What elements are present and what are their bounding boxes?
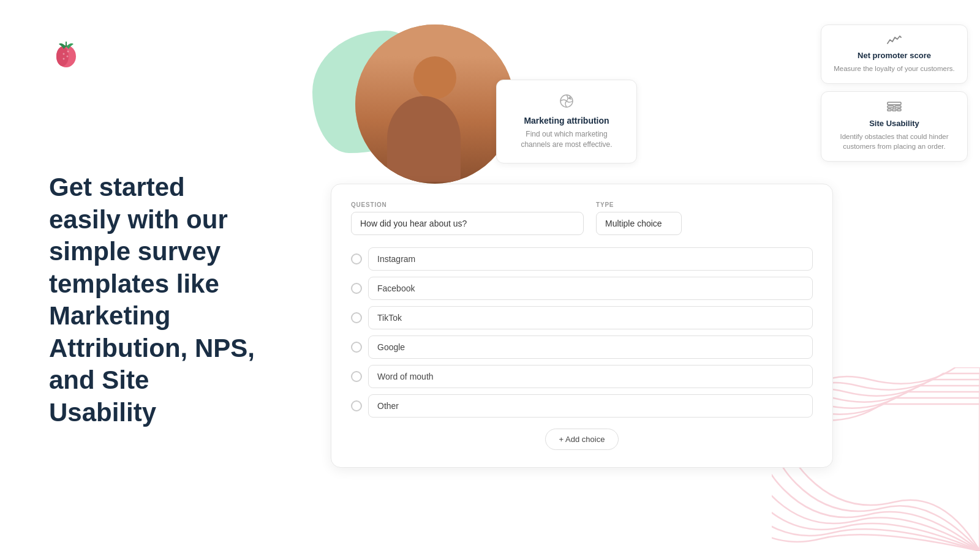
feature-cards: Net promoter score Measure the loyalty o… [821,24,968,162]
choice-radio-4[interactable] [351,371,362,382]
choice-input-1[interactable] [368,277,813,300]
type-input[interactable] [596,212,682,235]
choice-input-4[interactable] [368,365,813,388]
question-input[interactable] [351,212,584,235]
choice-radio-3[interactable] [351,342,362,353]
logo [49,37,83,71]
marketing-attribution-card: Marketing attribution Find out which mar… [496,80,637,163]
left-panel: Get started easily with our simple surve… [0,0,294,551]
hero-heading: Get started easily with our simple surve… [49,171,257,429]
type-col: TYPE [596,201,682,235]
svg-point-5 [67,51,69,53]
svg-rect-7 [888,102,901,105]
right-panel: Marketing attribution Find out which mar… [294,0,980,551]
nps-card-desc: Measure the loyalty of your customers. [834,64,955,73]
choice-radio-2[interactable] [351,312,362,323]
add-choice-label: + Add choice [559,435,605,444]
svg-rect-9 [895,106,901,108]
nps-icon [834,35,955,46]
choice-input-0[interactable] [368,247,813,271]
choice-row [351,365,813,388]
choice-radio-1[interactable] [351,283,362,294]
survey-panel: QUESTION TYPE + Add choice [331,184,833,468]
type-label: TYPE [596,201,682,208]
choice-input-3[interactable] [368,335,813,359]
svg-point-3 [67,56,69,58]
svg-rect-11 [892,109,896,111]
choice-row [351,247,813,271]
marketing-card-title: Marketing attribution [511,116,622,126]
svg-point-2 [63,53,65,55]
question-label: QUESTION [351,201,584,208]
svg-rect-12 [897,109,901,111]
site-usability-icon [834,102,955,114]
nps-card-title: Net promoter score [834,51,955,60]
choice-radio-0[interactable] [351,253,362,264]
choice-input-5[interactable] [368,394,813,418]
choice-row [351,277,813,300]
site-usability-card-title: Site Usability [834,119,955,128]
choice-row [351,394,813,418]
choice-radio-5[interactable] [351,400,362,411]
svg-point-4 [63,58,65,60]
nps-card: Net promoter score Measure the loyalty o… [821,24,968,84]
svg-rect-10 [888,109,891,111]
marketing-card-desc: Find out which marketing channels are mo… [511,129,622,151]
add-choice-button[interactable]: + Add choice [545,429,619,450]
hero-photo [355,24,514,184]
survey-header: QUESTION TYPE [351,201,813,235]
choice-row [351,335,813,359]
site-usability-card: Site Usability Identify obstacles that c… [821,91,968,162]
site-usability-card-desc: Identify obstacles that could hinder cus… [834,132,955,151]
choice-input-2[interactable] [368,306,813,329]
choice-row [351,306,813,329]
marketing-icon [511,92,622,110]
question-col: QUESTION [351,201,584,235]
svg-rect-8 [888,106,894,108]
choices-list [351,247,813,418]
